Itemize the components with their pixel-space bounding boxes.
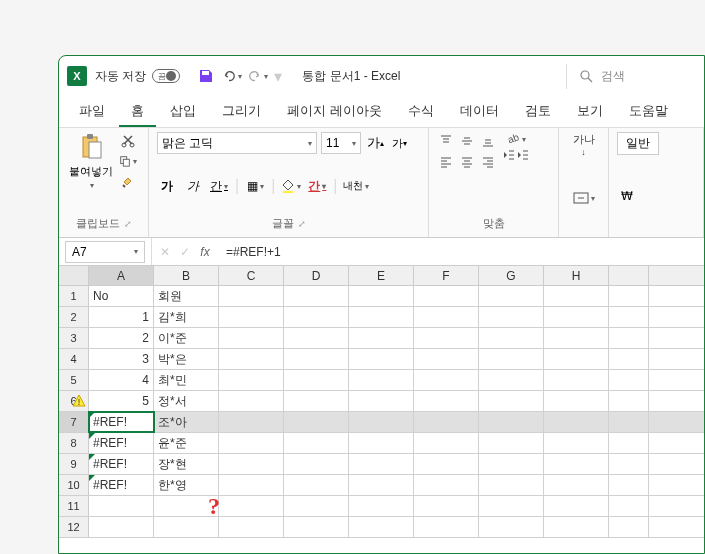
tab-view[interactable]: 보기 <box>565 96 615 127</box>
orientation-button[interactable]: ab▾ <box>503 132 529 146</box>
cell-I12[interactable] <box>609 517 649 537</box>
underline-button[interactable]: 간▾ <box>209 176 229 196</box>
column-header-F[interactable]: F <box>414 266 479 285</box>
bold-button[interactable]: 가 <box>157 176 177 196</box>
align-top-button[interactable] <box>437 132 455 150</box>
cell-G8[interactable] <box>479 433 544 453</box>
cell-I3[interactable] <box>609 328 649 348</box>
cell-D5[interactable] <box>284 370 349 390</box>
cell-C1[interactable] <box>219 286 284 306</box>
align-left-button[interactable] <box>437 153 455 171</box>
cell-C7[interactable] <box>219 412 284 432</box>
cell-F1[interactable] <box>414 286 479 306</box>
row-header[interactable]: 1 <box>59 286 89 306</box>
cell-D12[interactable] <box>284 517 349 537</box>
cell-G6[interactable] <box>479 391 544 411</box>
cell-G12[interactable] <box>479 517 544 537</box>
row-header[interactable]: 8 <box>59 433 89 453</box>
cell-B1[interactable]: 회원 <box>154 286 219 306</box>
cell-G5[interactable] <box>479 370 544 390</box>
cell-D8[interactable] <box>284 433 349 453</box>
cell-D4[interactable] <box>284 349 349 369</box>
cell-H10[interactable] <box>544 475 609 495</box>
cell-A3[interactable]: 2 <box>89 328 154 348</box>
cell-E6[interactable] <box>349 391 414 411</box>
cell-H11[interactable] <box>544 496 609 516</box>
border-button[interactable]: ▦▾ <box>245 176 265 196</box>
cell-A5[interactable]: 4 <box>89 370 154 390</box>
cell-I9[interactable] <box>609 454 649 474</box>
cell-D3[interactable] <box>284 328 349 348</box>
name-box[interactable]: A7▾ <box>65 241 145 263</box>
cell-A11[interactable] <box>89 496 154 516</box>
merge-button[interactable]: ▾ <box>567 192 600 204</box>
column-header-I[interactable] <box>609 266 649 285</box>
cell-C3[interactable] <box>219 328 284 348</box>
cell-B12[interactable] <box>154 517 219 537</box>
formula-input[interactable]: =#REF!+1 <box>218 245 704 259</box>
fill-color-button[interactable]: ▾ <box>281 176 301 196</box>
chevron-down-icon[interactable]: ▾ <box>238 72 242 81</box>
cell-C2[interactable] <box>219 307 284 327</box>
cell-D9[interactable] <box>284 454 349 474</box>
column-header-D[interactable]: D <box>284 266 349 285</box>
cell-E5[interactable] <box>349 370 414 390</box>
decrease-indent-button[interactable] <box>503 149 515 161</box>
column-header-A[interactable]: A <box>89 266 154 285</box>
fx-icon[interactable]: fx <box>196 245 214 259</box>
format-painter-button[interactable] <box>119 172 137 190</box>
cell-A6[interactable]: 5! <box>89 391 154 411</box>
tab-review[interactable]: 검토 <box>513 96 563 127</box>
copy-button[interactable]: ▾ <box>119 152 137 170</box>
tab-page-layout[interactable]: 페이지 레이아웃 <box>275 96 394 127</box>
row-header[interactable]: 10 <box>59 475 89 495</box>
row-header[interactable]: 12 <box>59 517 89 537</box>
tab-file[interactable]: 파일 <box>67 96 117 127</box>
cell-D11[interactable] <box>284 496 349 516</box>
cell-H5[interactable] <box>544 370 609 390</box>
cell-C6[interactable] <box>219 391 284 411</box>
cell-B6[interactable]: 정*서 <box>154 391 219 411</box>
cell-F9[interactable] <box>414 454 479 474</box>
number-format-select[interactable]: 일반 <box>617 132 659 155</box>
cell-A2[interactable]: 1 <box>89 307 154 327</box>
save-icon[interactable] <box>196 66 216 86</box>
cell-H12[interactable] <box>544 517 609 537</box>
increase-indent-button[interactable] <box>517 149 529 161</box>
cell-F2[interactable] <box>414 307 479 327</box>
align-bottom-button[interactable] <box>479 132 497 150</box>
cell-G7[interactable] <box>479 412 544 432</box>
cell-A10[interactable]: #REF! <box>89 475 154 495</box>
tab-formulas[interactable]: 수식 <box>396 96 446 127</box>
cut-button[interactable] <box>119 132 137 150</box>
cell-G2[interactable] <box>479 307 544 327</box>
cell-C11[interactable] <box>219 496 284 516</box>
cell-A12[interactable] <box>89 517 154 537</box>
cell-C12[interactable] <box>219 517 284 537</box>
cell-I4[interactable] <box>609 349 649 369</box>
align-center-button[interactable] <box>458 153 476 171</box>
cell-F5[interactable] <box>414 370 479 390</box>
cell-F11[interactable] <box>414 496 479 516</box>
warning-icon[interactable]: ! <box>71 393 87 409</box>
chevron-down-icon[interactable]: ▾ <box>90 181 94 190</box>
cell-H7[interactable] <box>544 412 609 432</box>
cell-C10[interactable] <box>219 475 284 495</box>
tab-data[interactable]: 데이터 <box>448 96 511 127</box>
cell-H2[interactable] <box>544 307 609 327</box>
ruby-button[interactable]: 내천▾ <box>343 176 369 196</box>
cell-E10[interactable] <box>349 475 414 495</box>
row-header[interactable]: 11 <box>59 496 89 516</box>
cell-H8[interactable] <box>544 433 609 453</box>
cell-G4[interactable] <box>479 349 544 369</box>
cell-B2[interactable]: 김*희 <box>154 307 219 327</box>
cell-E8[interactable] <box>349 433 414 453</box>
cell-G3[interactable] <box>479 328 544 348</box>
currency-button[interactable]: ₩ <box>617 186 637 206</box>
cell-E7[interactable] <box>349 412 414 432</box>
italic-button[interactable]: 가 <box>183 176 203 196</box>
row-header[interactable]: 9 <box>59 454 89 474</box>
cell-I6[interactable] <box>609 391 649 411</box>
cell-B3[interactable]: 이*준 <box>154 328 219 348</box>
cell-F6[interactable] <box>414 391 479 411</box>
